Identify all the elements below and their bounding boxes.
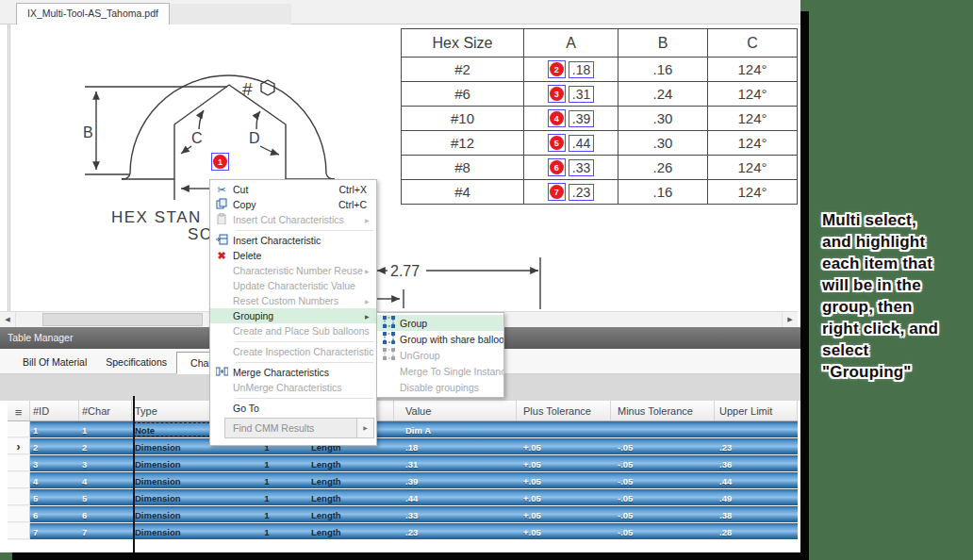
row-gutter[interactable] bbox=[8, 472, 30, 488]
hex-a-cell: 3 .31 bbox=[524, 82, 618, 107]
balloon-selection-box[interactable]: 7 bbox=[548, 183, 566, 201]
annotation-line: each item that bbox=[822, 253, 969, 274]
menu-item-grouping[interactable]: Grouping ▶ bbox=[210, 308, 376, 323]
cell-char: 4 bbox=[79, 472, 132, 488]
hex-a-cell: 7 .23 bbox=[524, 180, 618, 205]
characteristic-balloon[interactable]: 7 bbox=[550, 185, 564, 199]
annotation-line: will be in the bbox=[822, 274, 969, 296]
submenu-item-group[interactable]: Group bbox=[377, 315, 503, 331]
ballooned-value[interactable]: .18 bbox=[569, 61, 594, 78]
cell-minus-tolerance: -.05 bbox=[611, 455, 715, 471]
cell-id: 2 bbox=[30, 438, 79, 454]
ballooned-value[interactable]: .31 bbox=[569, 86, 594, 103]
canvas-left-splitter[interactable] bbox=[8, 25, 10, 311]
group-icon bbox=[377, 316, 400, 330]
hex-b-cell: .26 bbox=[618, 156, 708, 180]
hex-size-cell: #12 bbox=[402, 131, 524, 156]
menu-item-create-and-place-sub-balloons: Create and Place Sub balloons bbox=[210, 323, 376, 338]
row-gutter[interactable] bbox=[8, 421, 30, 437]
ballooned-value[interactable]: .44 bbox=[569, 135, 594, 152]
submenu-item-group-with-share-balloon[interactable]: Group with share balloon bbox=[377, 331, 503, 347]
scissors-icon: ✂ bbox=[210, 184, 233, 196]
balloon-1-selection-box[interactable]: 1 bbox=[211, 153, 229, 171]
ballooned-value[interactable]: .39 bbox=[569, 110, 594, 127]
cell-char: 6 bbox=[79, 506, 132, 522]
annotation-line: Multi select, bbox=[822, 209, 969, 231]
scroll-left-button[interactable]: ◀ bbox=[0, 312, 16, 327]
scroll-right-button[interactable]: ▶ bbox=[782, 312, 798, 327]
dim-label-c: C bbox=[191, 130, 203, 146]
menu-item-find-cmm-results: Find CMM Results ▶ bbox=[210, 416, 376, 440]
grid-row-selected[interactable]: 6 6 Dimension 1 Length .33 +.05 -.05 .38 bbox=[8, 506, 798, 523]
scrollbar-thumb[interactable] bbox=[42, 313, 203, 326]
characteristic-balloon[interactable]: 3 bbox=[550, 87, 564, 101]
hex-c-cell: 124° bbox=[708, 180, 798, 205]
grid-menu-button[interactable]: ≡ bbox=[8, 401, 30, 420]
grid-row-selected[interactable]: › 2 2 Dimension 1 Length .18 +.05 -.05 .… bbox=[8, 438, 798, 455]
hex-c-cell: 124° bbox=[708, 82, 798, 107]
delete-x-icon: ✖ bbox=[210, 250, 233, 262]
row-gutter[interactable] bbox=[8, 489, 30, 505]
balloon-1[interactable]: 1 bbox=[213, 155, 227, 169]
cell-plus-tolerance: +.05 bbox=[517, 472, 611, 488]
column-header-plus-tolerance[interactable]: Plus Tolerance bbox=[517, 401, 611, 420]
instruction-annotation: Multi select, and highlight each item th… bbox=[822, 209, 969, 383]
cell-plus-tolerance: +.05 bbox=[517, 438, 611, 454]
grouping-submenu: Group Group with share balloon UnGroup M… bbox=[376, 312, 504, 398]
ballooned-value[interactable]: .23 bbox=[569, 184, 594, 201]
submenu-arrow-icon: ▶ bbox=[356, 419, 373, 437]
hex-table-row: #2 2 .18 .16 124° bbox=[402, 58, 798, 82]
tab-bill-of-material[interactable]: Bill Of Material bbox=[13, 351, 96, 373]
grid-row-selected[interactable]: 4 4 Dimension 1 Length .39 +.05 -.05 .44 bbox=[8, 472, 798, 489]
menu-item-copy[interactable]: Copy Ctrl+C bbox=[210, 197, 376, 212]
characteristic-balloon[interactable]: 4 bbox=[550, 111, 564, 125]
column-header-id[interactable]: #ID bbox=[30, 401, 79, 420]
row-gutter[interactable] bbox=[8, 506, 30, 522]
balloon-selection-box[interactable]: 5 bbox=[548, 134, 566, 152]
menu-item-delete[interactable]: ✖ Delete bbox=[210, 248, 376, 263]
hex-a-cell: 2 .18 bbox=[524, 58, 618, 82]
drawing-canvas[interactable]: B C D # HEX STAN SC 2.77 1 Hex Size A B … bbox=[0, 25, 800, 327]
cell-upper-limit bbox=[715, 421, 798, 437]
cell-subtype: Length bbox=[290, 523, 394, 539]
cell-quantity: 1 bbox=[243, 472, 290, 488]
balloon-selection-box[interactable]: 2 bbox=[548, 60, 566, 78]
column-resize-guide-line bbox=[133, 396, 135, 552]
cell-value: .23 bbox=[394, 523, 517, 539]
characteristic-balloon[interactable]: 5 bbox=[550, 136, 564, 150]
hamburger-icon: ≡ bbox=[15, 405, 23, 420]
grid-row-selected[interactable]: 3 3 Dimension 1 Length .31 +.05 -.05 .36 bbox=[8, 455, 798, 472]
characteristic-balloon[interactable]: 6 bbox=[550, 160, 564, 174]
balloon-selection-box[interactable]: 3 bbox=[548, 85, 566, 103]
column-header-value[interactable]: Value bbox=[394, 401, 517, 420]
hex-table-header-row: Hex Size A B C bbox=[402, 29, 798, 58]
grid-row-selected[interactable]: 7 7 Dimension 1 Length .23 +.05 -.05 .28 bbox=[8, 523, 798, 540]
tab-specifications[interactable]: Specifications bbox=[96, 351, 176, 373]
menu-item-cut[interactable]: ✂ Cut Ctrl+X bbox=[210, 182, 376, 197]
row-gutter[interactable] bbox=[8, 455, 30, 471]
row-gutter[interactable]: › bbox=[8, 438, 30, 454]
cell-type: Dimension bbox=[132, 455, 243, 471]
hex-b-cell: .30 bbox=[618, 107, 708, 131]
hex-c-cell: 124° bbox=[708, 156, 798, 180]
submenu-arrow-icon: ▶ bbox=[365, 313, 376, 320]
grid-row-selected[interactable]: 5 5 Dimension 1 Length .44 +.05 -.05 .49 bbox=[8, 489, 798, 506]
menu-item-insert-characteristic[interactable]: Insert Characteristic bbox=[210, 233, 376, 248]
column-header-upper-limit[interactable]: Upper Limit bbox=[715, 401, 798, 420]
row-gutter[interactable] bbox=[8, 523, 30, 539]
grid-row-selected[interactable]: 1 1 Note Dim A bbox=[8, 421, 798, 438]
ballooned-value[interactable]: .33 bbox=[569, 159, 594, 176]
menu-item-merge-characteristics[interactable]: Merge Characteristics bbox=[210, 365, 376, 380]
cell-id: 4 bbox=[30, 472, 79, 488]
column-header-minus-tolerance[interactable]: Minus Tolerance bbox=[611, 401, 715, 420]
menu-item-go-to[interactable]: Go To bbox=[210, 401, 376, 416]
characteristic-balloon[interactable]: 2 bbox=[550, 62, 564, 76]
hex-size-cell: #8 bbox=[402, 156, 524, 180]
cell-value: .33 bbox=[394, 506, 517, 522]
document-tab[interactable]: IX_Multi-Tool-AS_Tahoma.pdf bbox=[16, 3, 170, 25]
hex-header-c: C bbox=[708, 29, 798, 58]
balloon-selection-box[interactable]: 4 bbox=[548, 109, 566, 127]
balloon-selection-box[interactable]: 6 bbox=[548, 158, 566, 176]
column-header-char[interactable]: #Char bbox=[79, 401, 132, 420]
hex-table-row: #6 3 .31 .24 124° bbox=[402, 82, 798, 107]
